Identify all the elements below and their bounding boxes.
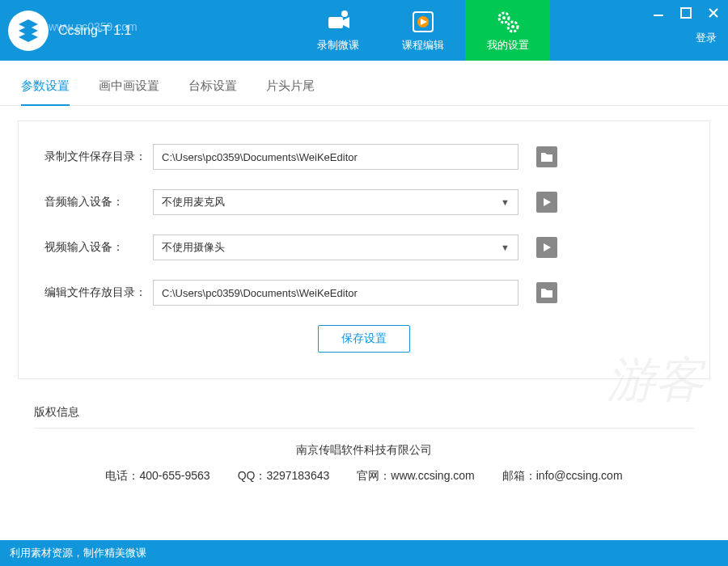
input-save-dir[interactable] (153, 144, 518, 170)
main-nav: 录制微课 课程编辑 我的设置 (295, 0, 550, 61)
dropdown-video[interactable]: 不使用摄像头 ▼ (153, 234, 518, 260)
save-button[interactable]: 保存设置 (318, 325, 410, 353)
copyright-section: 版权信息 南京传唱软件科技有限公司 电话：400-655-9563 QQ：329… (34, 405, 694, 484)
dropdown-audio-value: 不使用麦克风 (162, 195, 225, 209)
row-video: 视频输入设备： 不使用摄像头 ▼ (44, 234, 684, 260)
svg-point-1 (341, 11, 348, 17)
minimize-button[interactable] (650, 5, 667, 21)
nav-tab-edit[interactable]: 课程编辑 (380, 0, 465, 61)
folder-icon[interactable] (536, 146, 557, 167)
play-icon[interactable] (536, 237, 557, 258)
status-bar: 利用素材资源，制作精美微课 (0, 540, 728, 566)
copyright-company: 南京传唱软件科技有限公司 (34, 443, 694, 458)
copyright-title: 版权信息 (34, 405, 694, 429)
maximize-button[interactable] (678, 5, 694, 21)
app-header: Ccsing-T 1.1 www.pc0359.com 录制微课 课程编辑 我的… (0, 0, 728, 61)
label-save-dir: 录制文件保存目录： (44, 150, 153, 164)
contact-email: 邮箱：info@ccsing.com (502, 469, 623, 484)
copyright-contact: 电话：400-655-9563 QQ：3297183643 官网：www.ccs… (34, 469, 694, 484)
row-edit-dir: 编辑文件存放目录： (44, 280, 684, 306)
contact-phone: 电话：400-655-9563 (105, 469, 210, 484)
nav-tab-settings[interactable]: 我的设置 (465, 0, 550, 61)
label-audio: 音频输入设备： (44, 195, 153, 209)
tab-pip-settings[interactable]: 画中画设置 (99, 78, 159, 105)
dropdown-audio[interactable]: 不使用麦克风 ▼ (153, 189, 518, 215)
svg-rect-0 (328, 17, 343, 28)
tab-param-settings[interactable]: 参数设置 (21, 78, 70, 105)
window-controls (650, 5, 722, 21)
svg-rect-9 (681, 8, 691, 18)
watermark-text: www.pc0359.com (49, 20, 138, 33)
settings-tabs: 参数设置 画中画设置 台标设置 片头片尾 (0, 61, 728, 106)
contact-site: 官网：www.ccsing.com (357, 469, 474, 484)
svg-point-5 (502, 16, 506, 19)
app-logo-icon (8, 11, 49, 51)
play-icon[interactable] (536, 192, 557, 213)
input-edit-dir[interactable] (153, 280, 518, 306)
gears-icon (495, 9, 521, 35)
svg-point-7 (511, 25, 514, 28)
row-audio: 音频输入设备： 不使用麦克风 ▼ (44, 189, 684, 215)
close-button[interactable] (705, 5, 722, 21)
chevron-down-icon: ▼ (501, 243, 510, 252)
tab-intro-outro[interactable]: 片头片尾 (266, 78, 315, 105)
nav-tab-record[interactable]: 录制微课 (295, 0, 380, 61)
settings-panel: 录制文件保存目录： 音频输入设备： 不使用麦克风 ▼ 视频输入设备： 不使用摄像… (18, 120, 710, 379)
chevron-down-icon: ▼ (501, 197, 510, 207)
contact-qq: QQ：3297183643 (238, 469, 330, 484)
editor-icon (410, 9, 436, 35)
dropdown-video-value: 不使用摄像头 (162, 240, 225, 255)
tab-logo-settings[interactable]: 台标设置 (188, 78, 237, 105)
row-save-dir: 录制文件保存目录： (44, 144, 684, 170)
camera-icon (325, 9, 351, 35)
login-button[interactable]: 登录 (696, 31, 717, 45)
label-video: 视频输入设备： (44, 240, 153, 255)
svg-rect-8 (654, 15, 663, 16)
folder-icon[interactable] (536, 282, 557, 303)
label-edit-dir: 编辑文件存放目录： (44, 285, 153, 300)
